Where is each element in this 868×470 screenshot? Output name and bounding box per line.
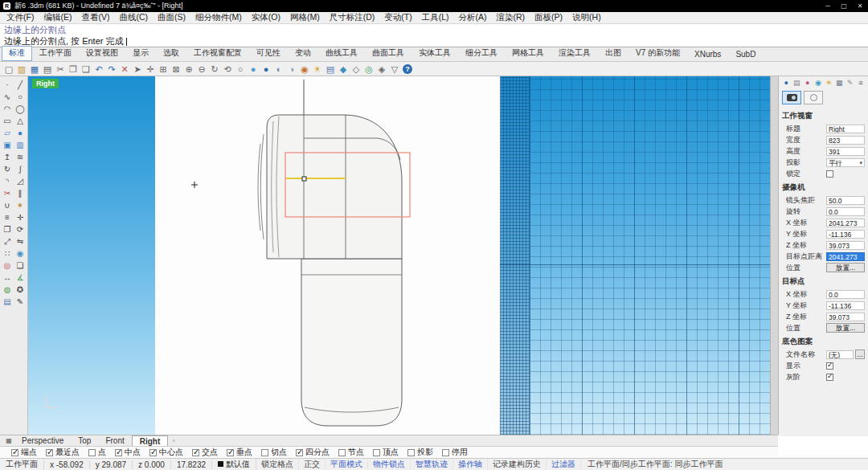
save-icon[interactable]: ▦ (28, 63, 41, 76)
target-y-field[interactable]: -11.136 (826, 301, 865, 310)
status-toggle[interactable]: 过滤器 (547, 459, 581, 470)
toolbar-tab[interactable]: 变动 (288, 46, 318, 61)
toolbar-tab[interactable]: 工作平面 (32, 46, 79, 61)
polyline-tool-icon[interactable]: ╱ (14, 79, 27, 91)
status-toggle[interactable]: 物件锁点 (368, 459, 411, 470)
lights-tab-icon[interactable]: ☀ (825, 79, 833, 88)
surface-tool-icon[interactable]: ▱ (1, 127, 14, 139)
menu-item[interactable]: 工具(L) (417, 12, 454, 23)
target-z-field[interactable]: 39.073 (826, 313, 865, 321)
toolbar-tab[interactable]: 工作视窗配置 (186, 46, 249, 61)
toolbar-tab[interactable]: 渲染工具 (551, 46, 598, 61)
render-icon[interactable]: ◉ (298, 63, 311, 76)
display-properties-toggle[interactable] (804, 91, 823, 104)
toolbar-tab[interactable]: 细分工具 (458, 46, 505, 61)
menu-item[interactable]: 网格(M) (285, 12, 325, 23)
new-viewport-tab-icon[interactable]: ▫ (168, 437, 179, 444)
undo-icon[interactable]: ↶ (92, 63, 105, 76)
explode-tool-icon[interactable]: ✶ (14, 199, 27, 211)
revolve-tool-icon[interactable]: ↻ (1, 163, 14, 175)
osnap-toggle[interactable]: 切点 (261, 447, 287, 458)
scale-tool-icon[interactable]: ⤢ (1, 235, 14, 247)
rectangle-tool-icon[interactable]: ▭ (1, 115, 14, 127)
osnap-toggle[interactable]: 交点 (192, 447, 218, 458)
menu-item[interactable]: 曲面(S) (153, 12, 190, 23)
zoom-out-icon[interactable]: ⊖ (195, 63, 208, 76)
copy-tool-icon[interactable]: ❐ (1, 223, 14, 235)
menu-item[interactable]: 尺寸标注(D) (325, 12, 380, 23)
copy-icon[interactable]: ❐ (67, 63, 80, 76)
menu-item[interactable]: 曲线(C) (114, 12, 153, 23)
maximize-button[interactable]: ▢ (836, 2, 852, 10)
move-tool-icon[interactable]: ✛ (14, 211, 27, 223)
viewport-tab[interactable]: Front (98, 435, 131, 446)
gumball-toggle-icon[interactable]: ◎ (362, 63, 375, 76)
group-tool-icon[interactable]: ❏ (14, 260, 27, 272)
toolbar-tab[interactable]: 出图 (598, 46, 628, 61)
close-button[interactable]: ✕ (852, 2, 868, 10)
print-icon[interactable]: ▤ (41, 63, 54, 76)
dimension-tool-icon[interactable]: ↔ (1, 272, 14, 284)
command-input[interactable]: 边缘上的分割点, 按 Enter 完成 (0, 35, 868, 47)
menu-item[interactable]: 实体(O) (247, 12, 285, 23)
split-tool-icon[interactable]: ∥ (14, 187, 27, 199)
paste-icon[interactable]: ❏ (80, 63, 92, 76)
rendering-tab-icon[interactable]: ● (804, 79, 812, 88)
toolbar-tab[interactable]: SubD (728, 48, 763, 61)
wallpaper-browse-button[interactable]: ... (855, 349, 865, 359)
layers-tab-icon[interactable]: ▤ (792, 79, 800, 88)
history-toggle-icon[interactable]: ◈ (375, 63, 388, 76)
status-toggle[interactable]: 正交 (299, 459, 326, 470)
toolbar-tab[interactable]: 标准 (2, 46, 32, 61)
camera-distance-field[interactable]: 2041.273 (826, 252, 865, 261)
wireframe-display-icon[interactable]: ○ (234, 63, 247, 76)
viewport-width-field[interactable]: 823 (826, 136, 865, 145)
zoom-in-icon[interactable]: ⊕ (182, 63, 195, 76)
menu-item[interactable]: 变动(T) (379, 12, 416, 23)
filter-toggle-icon[interactable]: ▽ (388, 63, 401, 76)
toolbar-tab[interactable]: 实体工具 (411, 46, 458, 61)
toolbar-tab[interactable]: V7 的新功能 (628, 46, 687, 61)
menu-item[interactable]: 分析(A) (454, 12, 492, 23)
rotate-view-icon[interactable]: ↻ (208, 63, 221, 76)
camera-focal-field[interactable]: 50.0 (826, 196, 865, 205)
object-properties-tab-icon[interactable]: ● (782, 79, 790, 88)
circle-tool-icon[interactable]: ○ (14, 91, 27, 103)
box-tool-icon[interactable]: ▣ (1, 139, 14, 151)
point-tool-icon[interactable]: · (1, 79, 14, 91)
viewport-tab-menu-icon[interactable]: ▦ (3, 437, 14, 444)
curve-tool-icon[interactable]: ∿ (1, 91, 14, 103)
analyze-tool-icon[interactable]: ∡ (14, 272, 27, 284)
wallpaper-gray-checkbox[interactable] (826, 374, 833, 381)
camera-place-button[interactable]: 放置... (826, 263, 865, 272)
viewport-tab[interactable]: Top (71, 435, 98, 446)
annotate-tool-icon[interactable]: ✎ (14, 296, 27, 308)
cplane-pane[interactable]: 工作平面 (0, 459, 44, 470)
rendered-display-icon[interactable]: ● (260, 63, 272, 76)
camera-rotation-field[interactable]: 0.0 (826, 207, 865, 216)
materials-tab-icon[interactable]: ◉ (814, 79, 822, 88)
layer-tool-icon[interactable]: ▤ (1, 296, 14, 308)
status-toggle[interactable]: 操作轴 (453, 459, 488, 470)
osnap-toggle[interactable]: 顶点 (373, 447, 399, 458)
toolbar-tab[interactable]: 网格工具 (505, 46, 551, 61)
toolbar-tab[interactable]: 设置视图 (79, 46, 125, 61)
lock-tool-icon[interactable]: ✪ (14, 284, 27, 296)
chamfer-tool-icon[interactable]: ◿ (14, 175, 27, 187)
sweep-tool-icon[interactable]: ∫ (14, 163, 27, 175)
projection-select[interactable]: 平行▾ (826, 158, 865, 167)
osnap-toggle[interactable]: 最近点 (46, 447, 80, 458)
shaded-display-icon[interactable]: ● (247, 63, 260, 76)
osnap-toggle-icon[interactable]: ◇ (350, 63, 362, 76)
lock-checkbox[interactable] (826, 170, 833, 178)
menu-item[interactable]: 说明(H) (567, 12, 606, 23)
toolbar-tab[interactable]: 选取 (156, 46, 186, 61)
target-place-button[interactable]: 放置... (826, 323, 865, 333)
sphere-tool-icon[interactable]: ● (14, 127, 27, 139)
viewport-label[interactable]: Right (32, 79, 59, 88)
arc-tool-icon[interactable]: ◠ (1, 103, 14, 115)
visibility-tool-icon[interactable]: ◍ (1, 284, 14, 296)
osnap-toggle[interactable]: 四分点 (296, 447, 330, 458)
layers-icon[interactable]: ▤ (324, 63, 337, 76)
camera-y-field[interactable]: -11.136 (826, 230, 865, 239)
